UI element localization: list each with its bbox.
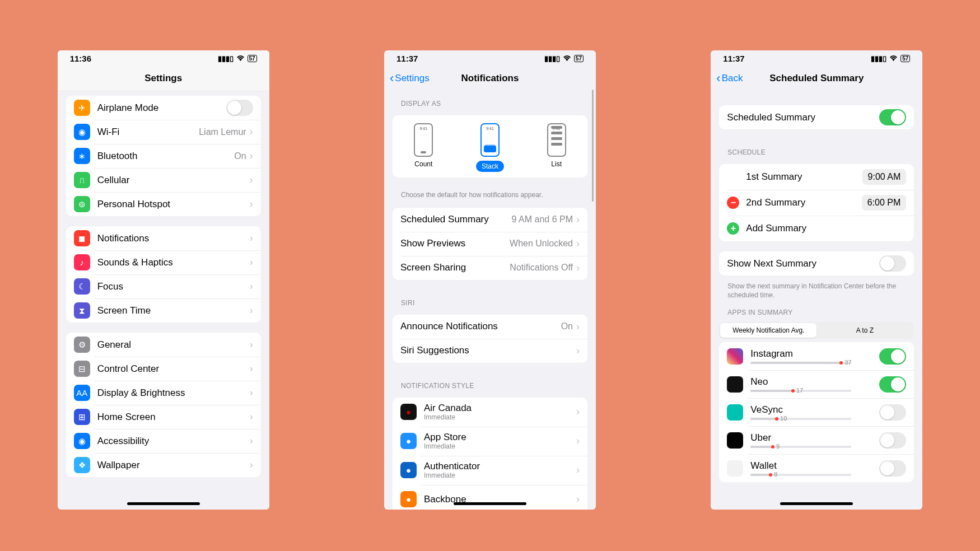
home-indicator[interactable] bbox=[454, 502, 526, 505]
home-indicator[interactable] bbox=[780, 502, 853, 505]
time-picker[interactable]: 9:00 AM bbox=[862, 169, 907, 185]
app-row-authenticator[interactable]: ●AuthenticatorImmediate› bbox=[393, 456, 587, 485]
nav-bar: ‹ Back Scheduled Summary bbox=[711, 66, 922, 91]
app-toggle[interactable] bbox=[879, 348, 906, 365]
app-toggle[interactable] bbox=[879, 376, 906, 393]
app-row-app-store[interactable]: ●App StoreImmediate› bbox=[393, 427, 587, 456]
settings-row-wi-fi[interactable]: ◉Wi-FiLiam Lemur› bbox=[66, 120, 261, 144]
scheduled-summary-row[interactable]: Scheduled Summary bbox=[719, 105, 914, 129]
chevron-right-icon: › bbox=[250, 305, 253, 316]
settings-row-show-previews[interactable]: Show PreviewsWhen Unlocked› bbox=[393, 232, 587, 256]
chevron-right-icon: › bbox=[250, 387, 253, 399]
chevron-right-icon: › bbox=[250, 198, 253, 210]
display-as-picker: 9:41Count9:41Stack9:41List bbox=[393, 115, 587, 178]
chevron-right-icon: › bbox=[250, 281, 253, 292]
settings-row-screen-time[interactable]: ⧗Screen Time› bbox=[66, 298, 261, 323]
phone-preview-icon: 9:41 bbox=[480, 123, 500, 157]
app-toggle[interactable] bbox=[879, 432, 906, 449]
show-next-footer: Show the next summary in Notification Ce… bbox=[711, 279, 922, 305]
sounds-icon: ♪ bbox=[74, 254, 90, 270]
schedule-row-add-summary[interactable]: +Add Summary bbox=[719, 216, 914, 241]
settings-row-control-center[interactable]: ⊟Control Center› bbox=[66, 357, 261, 381]
app-row-backbone[interactable]: ●Backbone› bbox=[393, 485, 587, 510]
settings-row-screen-sharing[interactable]: Screen SharingNotifications Off› bbox=[393, 256, 587, 280]
notifications-icon: ◼ bbox=[74, 230, 90, 246]
schedule-row-1st-summary[interactable]: 1st Summary9:00 AM bbox=[719, 164, 914, 190]
settings-row-personal-hotspot[interactable]: ⊚Personal Hotspot› bbox=[66, 192, 261, 216]
settings-row-wallpaper[interactable]: ❖Wallpaper› bbox=[66, 453, 261, 477]
settings-row-display-brightness[interactable]: AADisplay & Brightness› bbox=[66, 381, 261, 405]
scheduled-summary-toggle[interactable] bbox=[879, 109, 906, 125]
chevron-right-icon: › bbox=[250, 363, 253, 375]
cellular-icon: ▮▮▮▯ bbox=[544, 54, 560, 63]
show-next-summary-row[interactable]: Show Next Summary bbox=[719, 251, 914, 276]
settings-row-airplane-mode[interactable]: ✈Airplane Mode bbox=[66, 96, 261, 120]
phone-scheduled-summary: 11:37 ▮▮▮▯ 57 ‹ Back Scheduled Summary S… bbox=[711, 50, 922, 510]
chevron-right-icon: › bbox=[576, 493, 580, 505]
settings-row-sounds-haptics[interactable]: ♪Sounds & Haptics› bbox=[66, 250, 261, 274]
row-label: Cellular bbox=[97, 175, 250, 186]
settings-row-accessibility[interactable]: ◉Accessibility› bbox=[66, 429, 261, 453]
chevron-right-icon: › bbox=[576, 345, 580, 357]
settings-row-scheduled-summary[interactable]: Scheduled Summary9 AM and 6 PM› bbox=[393, 208, 587, 232]
display-as-label: List bbox=[547, 160, 566, 168]
airplane-icon: ✈ bbox=[74, 100, 90, 116]
bluetooth-icon: ∗ bbox=[74, 148, 90, 164]
app-toggle[interactable] bbox=[879, 460, 906, 477]
display-icon: AA bbox=[74, 385, 90, 401]
row-label: Focus bbox=[97, 281, 250, 292]
settings-row-notifications[interactable]: ◼Notifications› bbox=[66, 226, 261, 250]
settings-row-bluetooth[interactable]: ∗BluetoothOn› bbox=[66, 144, 261, 168]
row-value: Notifications Off bbox=[510, 263, 573, 273]
display-as-label: Count bbox=[414, 160, 433, 168]
settings-row-announce-notifications[interactable]: Announce NotificationsOn› bbox=[393, 315, 587, 339]
app-subtitle: Immediate bbox=[424, 471, 576, 479]
status-bar: 11:37 ▮▮▮▯ 57 bbox=[384, 50, 596, 66]
display-as-count[interactable]: 9:41Count bbox=[414, 123, 433, 172]
display-as-stack[interactable]: 9:41Stack bbox=[476, 123, 504, 172]
summary-app-wallet[interactable]: Wallet8 bbox=[719, 454, 914, 482]
battery-icon: 57 bbox=[900, 55, 910, 62]
status-indicators: ▮▮▮▯ 57 bbox=[218, 54, 257, 63]
scrollbar[interactable] bbox=[592, 90, 594, 202]
sort-segmented-control[interactable]: Weekly Notification Avg.A to Z bbox=[719, 322, 914, 339]
settings-group-notifications: ◼Notifications›♪Sounds & Haptics›☾Focus›… bbox=[66, 226, 261, 323]
notification-count: 17 bbox=[796, 387, 803, 394]
summary-app-uber[interactable]: Uber9 bbox=[719, 426, 914, 454]
segment-weekly-notification-avg-[interactable]: Weekly Notification Avg. bbox=[720, 323, 816, 338]
back-button[interactable]: ‹ Settings bbox=[390, 72, 430, 85]
display-as-list[interactable]: 9:41List bbox=[547, 123, 566, 172]
summary-app-neo[interactable]: Neo17 bbox=[719, 370, 914, 398]
segment-a-to-z[interactable]: A to Z bbox=[816, 323, 913, 338]
back-button[interactable]: ‹ Back bbox=[716, 72, 743, 85]
app-row-air-canada[interactable]: ●Air CanadaImmediate› bbox=[393, 398, 587, 427]
app-icon bbox=[727, 404, 743, 421]
add-icon[interactable]: + bbox=[727, 222, 739, 235]
settings-row-cellular[interactable]: ⎍Cellular› bbox=[66, 168, 261, 192]
summary-app-vesync[interactable]: VeSync10 bbox=[719, 398, 914, 426]
section-header-siri: Siri bbox=[384, 290, 596, 310]
settings-row-siri-suggestions[interactable]: Siri Suggestions› bbox=[393, 339, 587, 363]
row-label: Show Next Summary bbox=[727, 258, 879, 269]
home-indicator[interactable] bbox=[127, 502, 200, 505]
settings-row-focus[interactable]: ☾Focus› bbox=[66, 274, 261, 298]
show-next-toggle[interactable] bbox=[879, 255, 906, 272]
section-header-apps: Apps in Summary bbox=[711, 305, 922, 320]
app-toggle[interactable] bbox=[879, 404, 906, 421]
scheduled-summary-enable-group: Scheduled Summary bbox=[719, 105, 914, 129]
delete-icon[interactable]: − bbox=[727, 197, 739, 209]
cellular-icon: ⎍ bbox=[74, 172, 90, 188]
status-bar: 11:37 ▮▮▮▯ 57 bbox=[711, 50, 922, 66]
chevron-right-icon: › bbox=[576, 464, 580, 476]
time-picker[interactable]: 6:00 PM bbox=[862, 195, 907, 211]
notification-count: 10 bbox=[780, 415, 787, 422]
summary-app-instagram[interactable]: Instagram37 bbox=[719, 342, 914, 370]
settings-row-general[interactable]: ⚙General› bbox=[66, 333, 261, 357]
schedule-row-2nd-summary[interactable]: −2nd Summary6:00 PM bbox=[719, 190, 914, 216]
app-label: Neo bbox=[750, 376, 879, 387]
row-label: Announce Notifications bbox=[400, 321, 561, 332]
chevron-right-icon: › bbox=[250, 174, 253, 186]
settings-row-home-screen[interactable]: ⊞Home Screen› bbox=[66, 405, 261, 429]
section-header-display-as: Display As bbox=[384, 91, 596, 111]
toggle[interactable] bbox=[226, 100, 253, 116]
